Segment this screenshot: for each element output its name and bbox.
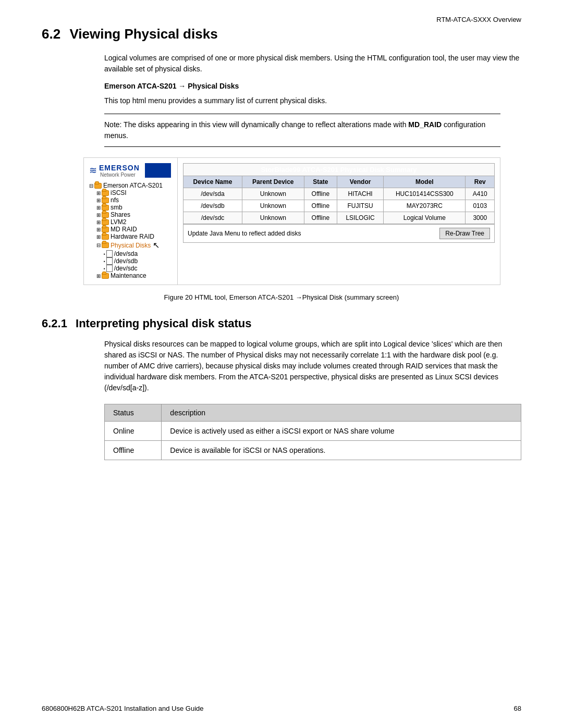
note-text: Note: The disks appearing in this view w… xyxy=(104,120,485,140)
subheading: Emerson ATCA-S201 → Physical Disks xyxy=(104,82,521,90)
nav-devsda-link[interactable]: /dev/sda xyxy=(114,250,138,257)
status-online: Online xyxy=(105,422,162,441)
table-title: StorBlade99 ATCA-S201 Physical Disk Summ… xyxy=(183,164,495,176)
maintenance-expand-icon[interactable]: ⊞ xyxy=(96,273,101,279)
table-row: /dev/sdc Unknown Offline LSILOGIC Logica… xyxy=(183,212,495,224)
table-row: /dev/sda Unknown Offline HITACHI HUC1014… xyxy=(183,188,495,200)
nav-nfs-link[interactable]: nfs xyxy=(111,196,119,204)
nav-physicaldisks-link[interactable]: Physical Disks xyxy=(111,242,151,249)
shares-expand-icon[interactable]: ⊞ xyxy=(96,212,101,218)
section-6-2-body1: Logical volumes are comprised of one or … xyxy=(104,53,521,75)
shares-folder-icon xyxy=(102,212,109,218)
cell-model: MAY2073RC xyxy=(384,200,466,212)
status-row-online: Online Device is actively used as either… xyxy=(105,422,521,441)
physicaldisks-folder-icon xyxy=(102,242,109,248)
cell-model: HUC101414CSS300 xyxy=(384,188,466,200)
section-number: 6.2 xyxy=(42,26,60,42)
smb-expand-icon[interactable]: ⊞ xyxy=(96,205,101,211)
nav-devsdc-link[interactable]: /dev/sdc xyxy=(114,265,138,272)
nav-mdraid-link[interactable]: MD RAID xyxy=(111,226,137,233)
nav-iscsi-row: ⊞ iSCSI xyxy=(89,189,172,196)
nav-iscsi-link[interactable]: iSCSI xyxy=(111,189,127,196)
page-container: RTM-ATCA-SXXX Overview 6.2 Viewing Physi… xyxy=(0,0,563,728)
status-table: Status description Online Device is acti… xyxy=(104,404,521,460)
section-title-text: Viewing Physical disks xyxy=(69,26,217,42)
cell-device: /dev/sdb xyxy=(183,200,242,212)
devsdb-file-icon xyxy=(106,257,113,265)
cell-rev: A410 xyxy=(466,188,495,200)
footer-right: 68 xyxy=(514,705,521,712)
devsda-file-icon xyxy=(106,250,113,257)
nav-lvm2-link[interactable]: LVM2 xyxy=(111,218,126,226)
nav-smb-link[interactable]: smb xyxy=(111,204,123,211)
figure-caption: Figure 20 HTML tool, Emerson ATCA-S201 →… xyxy=(42,293,521,301)
lvm2-expand-icon[interactable]: ⊞ xyxy=(96,219,101,225)
body1-text: Logical volumes are comprised of one or … xyxy=(104,54,519,73)
nav-devsdb-link[interactable]: /dev/sdb xyxy=(114,257,138,265)
cell-vendor: FUJITSU xyxy=(337,200,384,212)
header-text: RTM-ATCA-SXXX Overview xyxy=(436,16,521,23)
disk-summary-table: StorBlade99 ATCA-S201 Physical Disk Summ… xyxy=(183,163,495,224)
maintenance-folder-icon xyxy=(102,273,109,279)
devsda-expand-icon: ▪ xyxy=(104,252,105,256)
nav-maintenance-row: ⊞ Maintenance xyxy=(89,272,172,279)
cell-state: Offline xyxy=(304,212,337,224)
iscsi-expand-icon[interactable]: ⊞ xyxy=(96,190,101,196)
cursor-arrow-icon: ↖ xyxy=(153,240,160,250)
content-panel: StorBlade99 ATCA-S201 Physical Disk Summ… xyxy=(178,158,500,285)
nav-root-link[interactable]: Emerson ATCA-S201 xyxy=(103,182,163,189)
section-6-2-body2: This top html menu provides a summary li… xyxy=(104,95,521,106)
nav-panel: ≋ EMERSON Network Power ⊟ Emerson ATCA-S… xyxy=(84,158,178,285)
col-vendor: Vendor xyxy=(337,176,384,188)
col-model: Model xyxy=(384,176,466,188)
body-text-621: Physical disks resources can be mapped t… xyxy=(104,340,502,392)
nav-hwraid-row: ⊞ Hardware RAID xyxy=(89,233,172,240)
status-offline: Offline xyxy=(105,441,162,460)
bottom-bar: Update Java Menu to reflect added disks … xyxy=(183,224,495,243)
root-expand-icon[interactable]: ⊟ xyxy=(89,183,93,189)
nav-lvm2-row: ⊞ LVM2 xyxy=(89,218,172,226)
page-footer: 6806800H62B ATCA-S201 Installation and U… xyxy=(42,705,521,712)
cell-parent: Unknown xyxy=(242,200,304,212)
nav-shares-link[interactable]: Shares xyxy=(111,211,130,218)
nfs-expand-icon[interactable]: ⊞ xyxy=(96,198,101,203)
section-6-2-1-body: Physical disks resources can be mapped t… xyxy=(104,339,521,393)
section-6-2-title: 6.2 Viewing Physical disks xyxy=(42,26,521,42)
emerson-logo: ≋ EMERSON Network Power xyxy=(89,163,172,178)
logo-waves: ≋ xyxy=(89,165,97,176)
cell-vendor: HITACHI xyxy=(337,188,384,200)
nav-hwraid-link[interactable]: Hardware RAID xyxy=(111,233,154,240)
body2-text: This top html menu provides a summary li… xyxy=(104,96,327,105)
nav-physicaldisks-row: ⊟ Physical Disks ↖ xyxy=(89,240,172,250)
nav-devsdb-row: ▪ /dev/sdb xyxy=(89,257,172,265)
nav-nfs-row: ⊞ nfs xyxy=(89,196,172,204)
mdraid-folder-icon xyxy=(102,227,109,232)
nfs-folder-icon xyxy=(102,198,109,203)
smb-folder-icon xyxy=(102,205,109,211)
figure-area: ≋ EMERSON Network Power ⊟ Emerson ATCA-S… xyxy=(83,157,500,285)
nav-mdraid-row: ⊞ MD RAID xyxy=(89,226,172,233)
cell-state: Offline xyxy=(304,200,337,212)
nav-devsdc-row: ▪ /dev/sdc xyxy=(89,265,172,272)
physicaldisks-expand-icon[interactable]: ⊟ xyxy=(96,242,101,248)
devsdc-expand-icon: ▪ xyxy=(104,266,105,271)
cell-rev: 0103 xyxy=(466,200,495,212)
section-6-2-1-title: 6.2.1 Interpreting physical disk status xyxy=(42,317,521,330)
hwraid-expand-icon[interactable]: ⊞ xyxy=(96,234,101,240)
devsdc-file-icon xyxy=(106,265,113,272)
table-row: /dev/sdb Unknown Offline FUJITSU MAY2073… xyxy=(183,200,495,212)
root-folder-icon xyxy=(94,183,102,189)
nav-maintenance-link[interactable]: Maintenance xyxy=(111,272,146,279)
status-row-offline: Offline Device is available for iSCSI or… xyxy=(105,441,521,460)
cell-parent: Unknown xyxy=(242,212,304,224)
description-offline: Device is available for iSCSI or NAS ope… xyxy=(162,441,521,460)
redraw-tree-button[interactable]: Re-Draw Tree xyxy=(439,228,490,239)
footer-left: 6806800H62B ATCA-S201 Installation and U… xyxy=(42,705,204,712)
subsection-number: 6.2.1 xyxy=(42,317,67,330)
cell-state: Offline xyxy=(304,188,337,200)
subsection-title-text: Interpreting physical disk status xyxy=(76,317,251,330)
mdraid-expand-icon[interactable]: ⊞ xyxy=(96,227,101,232)
cell-model: Logical Volume xyxy=(384,212,466,224)
logo-blue-rect xyxy=(145,163,171,178)
devsdb-expand-icon: ▪ xyxy=(104,259,105,264)
